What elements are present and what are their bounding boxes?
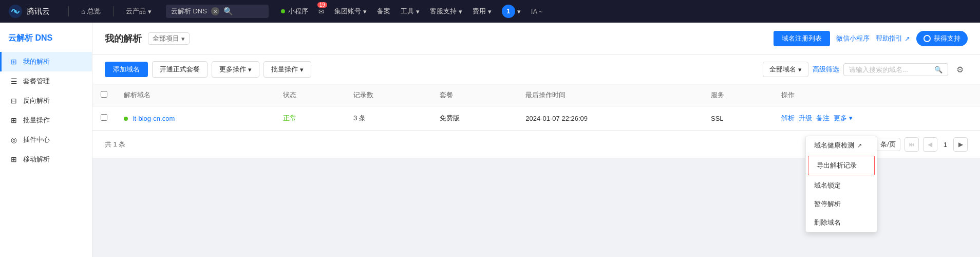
add-domain-button[interactable]: 添加域名 <box>105 62 148 77</box>
mini-program-button[interactable]: 微信小程序 <box>836 34 870 43</box>
cell-service: SSL <box>703 106 773 131</box>
col-records: 记录数 <box>345 84 431 106</box>
sidebar-item-package-mgmt[interactable]: ☰ 套餐管理 <box>0 71 92 91</box>
page-header-left: 我的解析 全部项目 ▾ <box>105 32 190 45</box>
activate-package-button[interactable]: 开通正式套餐 <box>152 61 208 78</box>
mail-icon: ✉ <box>318 8 324 15</box>
sidebar-item-reverse-analysis[interactable]: ⊟ 反向解析 <box>0 91 92 111</box>
row-checkbox[interactable] <box>101 114 107 121</box>
advanced-filter-button[interactable]: 高级筛选 <box>813 65 839 74</box>
nav-user-avatar[interactable]: 1 ▾ <box>498 0 525 23</box>
action-analyze[interactable]: 解析 <box>781 114 795 123</box>
sidebar-item-my-analysis[interactable]: ⊞ 我的解析 <box>0 52 92 71</box>
avatar: 1 <box>502 5 515 18</box>
external-link-icon2: ↗ <box>857 142 862 149</box>
current-page: 1 <box>941 141 949 149</box>
total-count: 共 1 条 <box>105 140 125 149</box>
clear-search-button[interactable]: ✕ <box>211 7 219 15</box>
domain-search-input[interactable] <box>849 66 931 74</box>
col-service: 服务 <box>703 84 773 106</box>
nav-filing[interactable]: 备案 <box>373 0 394 23</box>
top-search-box[interactable]: 云解析 DNS ✕ 🔍 <box>166 5 269 18</box>
sidebar-item-batch-ops[interactable]: ⊞ 批量操作 <box>0 111 92 130</box>
nav-home[interactable]: ⌂ 总览 <box>77 0 105 23</box>
row-checkbox-cell <box>92 106 116 131</box>
search-icon[interactable]: 🔍 <box>223 7 233 16</box>
search-icon2[interactable]: 🔍 <box>934 66 943 74</box>
reverse-analysis-icon: ⊟ <box>10 97 18 105</box>
table-settings-button[interactable]: ⚙ <box>952 62 968 77</box>
chevron-down-icon6: ▾ <box>517 8 521 15</box>
package-mgmt-icon: ☰ <box>10 77 18 85</box>
toolbar-right: 全部域名 ▾ 高级筛选 🔍 ⚙ <box>763 62 968 77</box>
nav-billing[interactable]: 费用 ▾ <box>468 0 496 23</box>
nav-right-group: 小程序 ✉ 19 集团账号 ▾ 备案 工具 ▾ 客服支持 ▾ 费用 ▾ 1 ▾ <box>277 0 547 23</box>
col-domain: 解析域名 <box>116 84 275 106</box>
chevron-down-icon2: ▾ <box>363 8 367 15</box>
nav-divider <box>68 6 69 16</box>
logo[interactable]: 腾讯云 <box>8 4 50 19</box>
action-more[interactable]: 更多 ▾ <box>834 114 853 123</box>
support-icon <box>924 35 931 42</box>
more-ops-button[interactable]: 更多操作 ▾ <box>212 61 259 78</box>
status-badge: 正常 <box>283 114 296 122</box>
notification-badge: 19 <box>317 2 327 8</box>
chevron-down-icon4: ▾ <box>459 8 462 15</box>
nav-mini-program[interactable]: 小程序 <box>277 0 312 23</box>
pagination-first-button[interactable]: ⏮ <box>904 137 919 152</box>
external-link-icon: ↗ <box>904 35 910 43</box>
batch-ops-icon: ⊞ <box>10 116 18 124</box>
more-actions-dropdown: 域名健康检测 ↗ 导出解析记录 域名锁定 暂停解析 删除域名 <box>805 136 877 232</box>
top-navigation: 腾讯云 ⌂ 总览 云产品 ▾ 云解析 DNS ✕ 🔍 小程序 ✉ 19 集团账号… <box>0 0 980 23</box>
dropdown-item-export-records[interactable]: 导出解析记录 <box>808 156 875 175</box>
col-last-op-time: 最后操作时间 <box>517 84 703 106</box>
mobile-analysis-icon: ⊞ <box>10 155 18 163</box>
help-button[interactable]: 帮助指引 ↗ <box>876 34 910 43</box>
action-upgrade[interactable]: 升级 <box>799 114 812 123</box>
cell-last-op-time: 2024-01-07 22:26:09 <box>517 106 703 131</box>
nav-cloud-products[interactable]: 云产品 ▾ <box>122 0 156 23</box>
sidebar-item-plugin-center[interactable]: ◎ 插件中心 <box>0 130 92 150</box>
nav-tools[interactable]: 工具 ▾ <box>397 0 424 23</box>
nav-divider2 <box>113 6 114 16</box>
col-package: 套餐 <box>431 84 518 106</box>
sidebar-item-label: 反向解析 <box>23 96 50 105</box>
action-links: 解析 升级 备注 更多 ▾ <box>781 114 972 123</box>
select-all-checkbox[interactable] <box>101 91 107 98</box>
dropdown-item-health-check[interactable]: 域名健康检测 ↗ <box>806 136 877 155</box>
cell-actions: 解析 升级 备注 更多 ▾ <box>773 106 980 131</box>
nav-ia-label[interactable]: IA ~ <box>527 0 547 23</box>
domain-link[interactable]: it-blog-cn.com <box>133 115 175 122</box>
dropdown-item-delete-domain[interactable]: 删除域名 <box>806 213 877 232</box>
page-title: 我的解析 <box>105 32 142 45</box>
get-support-button[interactable]: 获得支持 <box>916 31 968 46</box>
chevron-down-icon3: ▾ <box>416 8 420 15</box>
my-analysis-icon: ⊞ <box>10 58 18 66</box>
sidebar-item-mobile-analysis[interactable]: ⊞ 移动解析 <box>0 150 92 169</box>
action-remark[interactable]: 备注 <box>816 114 830 123</box>
nav-notifications[interactable]: ✉ 19 <box>314 0 328 23</box>
chevron-down-icon8: ▾ <box>248 66 252 74</box>
nav-group-account[interactable]: 集团账号 ▾ <box>330 0 371 23</box>
col-actions: 操作 <box>773 84 980 106</box>
nav-customer-support[interactable]: 客服支持 ▾ <box>426 0 466 23</box>
page-header: 我的解析 全部项目 ▾ 域名注册列表 微信小程序 帮助指引 ↗ 获得支持 <box>92 23 980 55</box>
domain-search-box[interactable]: 🔍 <box>843 63 948 76</box>
domain-table: 解析域名 状态 记录数 套餐 最后操作时间 服务 操作 <box>92 84 980 131</box>
domain-filter-select[interactable]: 全部域名 ▾ <box>763 62 808 77</box>
cell-domain: it-blog-cn.com <box>116 106 275 131</box>
pagination-prev-button[interactable]: ◀ <box>923 137 937 152</box>
batch-ops-button[interactable]: 批量操作 ▾ <box>263 61 311 78</box>
page-header-right: 域名注册列表 微信小程序 帮助指引 ↗ 获得支持 <box>774 31 968 46</box>
table-row: it-blog-cn.com 正常 3 条 免费版 2024-01-07 22:… <box>92 106 980 131</box>
cell-records: 3 条 <box>345 106 431 131</box>
project-selector[interactable]: 全部项目 ▾ <box>148 32 190 45</box>
chevron-down-icon7: ▾ <box>181 35 185 43</box>
sidebar-item-label: 移动解析 <box>23 155 50 164</box>
domain-register-button[interactable]: 域名注册列表 <box>774 31 830 46</box>
dropdown-item-lock-domain[interactable]: 域名锁定 <box>806 176 877 195</box>
chevron-down-icon5: ▾ <box>488 8 492 15</box>
dropdown-item-pause-analysis[interactable]: 暂停解析 <box>806 195 877 213</box>
pagination-next-button[interactable]: ▶ <box>953 137 968 152</box>
mini-program-dot <box>281 9 285 13</box>
